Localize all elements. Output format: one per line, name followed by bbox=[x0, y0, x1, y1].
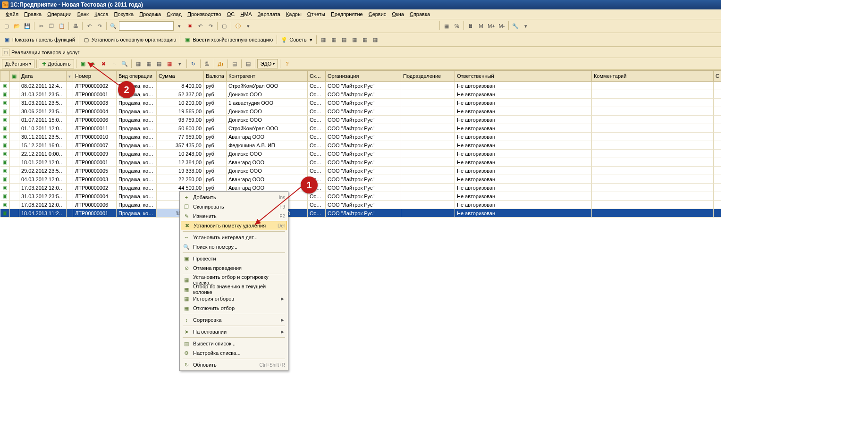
table-row[interactable]: ▣18.01.2012 12:00:02ЛТР00000001Продажа, … bbox=[0, 158, 722, 167]
col-header[interactable]: С bbox=[714, 71, 722, 82]
menu-банк[interactable]: Банк bbox=[75, 10, 92, 18]
menu-нма[interactable]: НМА bbox=[237, 10, 254, 18]
ctx-добавить[interactable]: +ДобавитьIns bbox=[181, 193, 287, 202]
filter2-icon[interactable]: ▦ bbox=[144, 59, 153, 68]
clear-icon[interactable]: ✖ bbox=[185, 21, 194, 31]
search-input[interactable] bbox=[119, 21, 174, 31]
table-row[interactable]: ▣17.08.2012 12:00:01ЛТР00000006Продажа, … bbox=[0, 201, 722, 209]
mem-m[interactable]: M bbox=[476, 21, 486, 31]
menu-операции[interactable]: Операции bbox=[44, 10, 74, 18]
save-icon[interactable]: 💾 bbox=[23, 21, 32, 31]
percent-icon[interactable]: % bbox=[452, 21, 462, 31]
dropdown-icon[interactable]: ▾ bbox=[175, 59, 185, 68]
col-header[interactable]: Сумма bbox=[157, 71, 204, 82]
col-header[interactable]: Валюта bbox=[204, 71, 227, 82]
dropdown-icon[interactable]: ▾ bbox=[521, 21, 531, 31]
rep4-icon[interactable]: ▦ bbox=[350, 35, 359, 44]
col-header[interactable]: Номер bbox=[73, 71, 117, 82]
col-header[interactable]: ▣ bbox=[10, 71, 19, 82]
col-header[interactable]: Дата bbox=[19, 71, 67, 82]
window-icon[interactable]: ▢ bbox=[219, 21, 229, 31]
cut-icon[interactable]: ✂ bbox=[36, 21, 46, 31]
table-row[interactable]: ▣17.03.2012 12:00:00ЛТР00000002Продажа, … bbox=[0, 184, 722, 192]
table-row[interactable]: ▣31.03.2011 23:59:59ЛТР00000001Продажа, … bbox=[0, 90, 722, 99]
ctx-изменить[interactable]: ✎ИзменитьF2 bbox=[181, 211, 287, 218]
menu-отчеты[interactable]: Отчеты bbox=[304, 10, 328, 18]
add-icon[interactable]: ▣ bbox=[78, 59, 88, 68]
table-row[interactable]: ▣04.03.2012 12:00:00ЛТР00000003Продажа, … bbox=[0, 175, 722, 184]
set-org-button[interactable]: ▢ Установить основную организацию bbox=[81, 35, 178, 44]
nav-fwd-icon[interactable]: ↷ bbox=[206, 21, 215, 31]
undo-icon[interactable]: ↶ bbox=[84, 21, 94, 31]
col-header[interactable]: Склад bbox=[308, 71, 326, 82]
table-row[interactable]: ▣30.11.2011 23:59:59ЛТР00000010Продажа, … bbox=[0, 133, 722, 141]
dt-kt-icon[interactable]: Дт bbox=[216, 59, 226, 68]
col-header[interactable]: Вид операции bbox=[117, 71, 157, 82]
col-header[interactable]: Подразделение bbox=[401, 71, 455, 82]
menu-покупка[interactable]: Покупка bbox=[111, 10, 137, 18]
show-panel-button[interactable]: ▣ Показать панель функций bbox=[2, 35, 77, 44]
paste-icon[interactable]: 📋 bbox=[57, 21, 67, 31]
table-row[interactable]: ▣08.02.2011 12:43:21ЛТР00000002Продажа, … bbox=[0, 82, 722, 90]
mem-mplus[interactable]: M+ bbox=[487, 21, 496, 31]
help-icon[interactable]: ⓘ bbox=[233, 21, 243, 31]
post-icon[interactable]: ↻ bbox=[189, 59, 198, 68]
table-row[interactable]: ▣31.03.2011 23:59:59ЛТР00000003Продажа, … bbox=[0, 99, 722, 107]
filter1-icon[interactable]: ▦ bbox=[134, 59, 143, 68]
menu-предприятие[interactable]: Предприятие bbox=[328, 10, 366, 18]
menu-кадры[interactable]: Кадры bbox=[283, 10, 304, 18]
dropdown-icon[interactable]: ▾ bbox=[244, 21, 253, 31]
struct-icon[interactable]: ▤ bbox=[244, 59, 253, 68]
table-row[interactable]: ▣29.02.2012 23:59:59ЛТР00000005Продажа, … bbox=[0, 167, 722, 175]
table-row[interactable]: ▣01.10.2011 12:00:00ЛТР00000011Продажа, … bbox=[0, 124, 722, 133]
menu-касса[interactable]: Касса bbox=[92, 10, 111, 18]
new-icon[interactable]: ▢ bbox=[2, 21, 11, 31]
table-row[interactable]: ▣22.12.2011 0:00:01ЛТР00000009Продажа, к… bbox=[0, 150, 722, 158]
menu-склад[interactable]: Склад bbox=[164, 10, 185, 18]
enter-op-button[interactable]: ▣ Ввести хозяйственную операцию bbox=[182, 35, 275, 44]
menu-окна[interactable]: Окна bbox=[389, 10, 407, 18]
mem-mminus[interactable]: M- bbox=[497, 21, 506, 31]
table-row[interactable]: ▣30.06.2011 23:59:59ЛТР00000004Продажа, … bbox=[0, 107, 722, 116]
help-icon[interactable]: ? bbox=[282, 59, 292, 68]
interval-icon[interactable]: ↔ bbox=[110, 59, 119, 68]
col-header[interactable] bbox=[0, 71, 10, 82]
menu-продажа[interactable]: Продажа bbox=[136, 10, 164, 18]
add-button[interactable]: ✚ Добавить bbox=[39, 59, 74, 68]
col-header[interactable]: ▾ bbox=[67, 71, 73, 82]
menu-ос[interactable]: ОС bbox=[224, 10, 238, 18]
menu-файл[interactable]: Файл bbox=[3, 10, 21, 18]
find-num-icon[interactable]: 🔍 bbox=[120, 59, 129, 68]
redo-icon[interactable]: ↷ bbox=[95, 21, 104, 31]
col-header[interactable]: Комментарий bbox=[592, 71, 714, 82]
rep6-icon[interactable]: ▦ bbox=[371, 35, 380, 44]
nav-back-icon[interactable]: ↶ bbox=[195, 21, 205, 31]
document-grid[interactable]: ▣Дата▾НомерВид операцииСуммаВалютаКонтра… bbox=[0, 70, 721, 218]
print-icon[interactable]: 🖶 bbox=[71, 21, 80, 31]
menu-сервис[interactable]: Сервис bbox=[366, 10, 389, 18]
col-header[interactable]: Организация bbox=[326, 71, 401, 82]
table-row[interactable]: ▣15.12.2011 16:00:59ЛТР00000007Продажа, … bbox=[0, 141, 722, 150]
menu-справка[interactable]: Справка bbox=[407, 10, 433, 18]
filter3-icon[interactable]: ▦ bbox=[154, 59, 164, 68]
delete-mark-icon[interactable]: ✖ bbox=[99, 59, 109, 68]
list-icon[interactable]: ▤ bbox=[230, 59, 239, 68]
advice-button[interactable]: 💡 Советы ▾ bbox=[279, 35, 314, 44]
menu-зарплата[interactable]: Зарплата bbox=[255, 10, 283, 18]
rep2-icon[interactable]: ▦ bbox=[329, 35, 338, 44]
open-icon[interactable]: 📂 bbox=[12, 21, 22, 31]
edo-button[interactable]: ЭДО ▾ bbox=[257, 59, 278, 68]
ctx-скопировать[interactable]: ❐СкопироватьF9 bbox=[181, 202, 287, 211]
rep5-icon[interactable]: ▦ bbox=[360, 35, 370, 44]
menu-производство[interactable]: Производство bbox=[185, 10, 224, 18]
filter-off-icon[interactable]: ▦ bbox=[165, 59, 174, 68]
col-header[interactable]: Контрагент bbox=[227, 71, 308, 82]
dropdown-icon[interactable]: ▾ bbox=[175, 21, 184, 31]
table-row[interactable]: ▣31.03.2012 23:59:59ЛТР00000004Продажа, … bbox=[0, 192, 722, 201]
table-row[interactable]: ▣01.07.2011 15:06:23ЛТР00000006Продажа, … bbox=[0, 116, 722, 124]
col-header[interactable]: Ответственный bbox=[455, 71, 592, 82]
calc-icon[interactable]: 🖩 bbox=[466, 21, 475, 31]
close-tab-button[interactable]: ▢ bbox=[2, 49, 9, 56]
rep1-icon[interactable]: ▦ bbox=[319, 35, 328, 44]
rep3-icon[interactable]: ▦ bbox=[339, 35, 349, 44]
